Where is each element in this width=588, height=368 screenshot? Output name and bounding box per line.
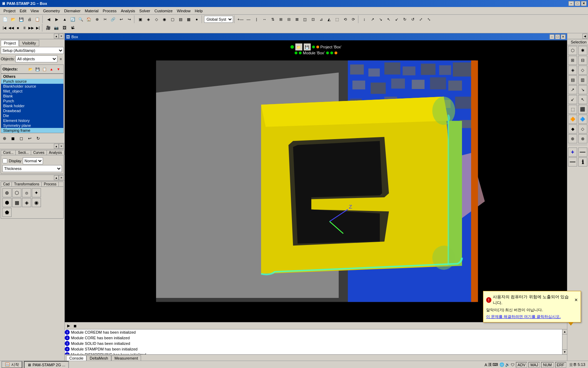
tb-back[interactable]: ◀ — [45, 15, 52, 23]
menu-material[interactable]: Material — [83, 8, 100, 14]
tb-play-end[interactable]: ▶| — [35, 25, 41, 31]
notif-link[interactable]: 이 문제를 해결하려면 여기를 클릭하십시오. — [486, 314, 561, 319]
tb-new[interactable]: 📄 — [1, 15, 9, 23]
obj-btn-3[interactable]: 📋 — [41, 66, 48, 73]
sel-btn-10[interactable]: ↘ — [578, 85, 587, 94]
taskbar-item-pamstamp[interactable]: 🖥 PAM-STAMP 2G ... — [24, 361, 69, 368]
tb-n2[interactable]: ↗ — [369, 15, 376, 23]
tb-m1[interactable]: +— — [237, 15, 244, 23]
tb-tb5[interactable]: 📋 — [34, 15, 41, 23]
menu-analysis[interactable]: Analysis — [119, 8, 137, 14]
lower-btn-7[interactable]: ◈ — [22, 198, 31, 207]
tb-n6[interactable]: ↻ — [401, 15, 408, 23]
menu-customize[interactable]: Customize — [152, 8, 175, 14]
tb-play-prev[interactable]: ◀◀ — [8, 25, 14, 31]
obj-bottom-4[interactable]: ↩ — [26, 135, 34, 142]
tb-s2[interactable]: ◈ — [145, 15, 152, 23]
lower-panel-resize-btn[interactable]: ▲ — [54, 175, 59, 180]
tb-s8[interactable]: ● — [193, 15, 201, 23]
mid-panel-resize-btn[interactable]: ▲ — [54, 144, 59, 149]
minimize-button[interactable]: – — [568, 1, 574, 6]
tab-project[interactable]: Project — [1, 40, 19, 46]
obj-bottom-5[interactable]: ↻ — [34, 135, 42, 142]
console-tb-btn1[interactable]: ▶ — [65, 323, 72, 329]
tb-m12[interactable]: ◭ — [325, 15, 333, 23]
tb-fwd[interactable]: ▶ — [53, 15, 61, 23]
tb-up[interactable]: ▲ — [61, 15, 69, 23]
menu-help[interactable]: Help — [192, 8, 205, 14]
tb-play-next[interactable]: ▶▶ — [28, 25, 34, 31]
vp-close[interactable]: ✕ — [561, 34, 566, 39]
tb-r5[interactable]: ↪ — [125, 15, 133, 23]
tab-curves[interactable]: Curves — [31, 150, 47, 155]
tb-play-stop[interactable]: ■ — [15, 25, 21, 31]
obj-btn-1[interactable]: 📂 — [27, 66, 34, 73]
tb-cam2[interactable]: 📷 — [52, 24, 60, 32]
obj-btn-4[interactable]: ▲ — [48, 66, 55, 73]
tb-s6[interactable]: ▤ — [177, 15, 184, 23]
obj-btn-5[interactable]: ▼ — [55, 66, 62, 73]
obj-bottom-1[interactable]: ⊕ — [1, 135, 8, 142]
obj-btn-2[interactable]: 💾 — [34, 66, 41, 73]
menu-project[interactable]: Project — [1, 8, 18, 14]
sel-btn-6[interactable]: ◇ — [578, 66, 587, 75]
tb-play-start[interactable]: |◀ — [1, 25, 8, 31]
viewport[interactable]: Z 📁 💾 Project 'Box' Module 'Box' — [65, 40, 567, 322]
display-dropdown[interactable]: Normal — [23, 157, 43, 164]
tb-r3[interactable]: 🔗 — [109, 15, 117, 23]
tb-m8[interactable]: ⊠ — [293, 15, 301, 23]
tb-m10[interactable]: ⊡ — [309, 15, 317, 23]
sel-btn-20[interactable]: ⊗ — [578, 134, 587, 143]
list-item-blank-holder[interactable]: Blank holder — [1, 103, 63, 108]
tb-m3[interactable]: | — [253, 15, 260, 23]
menu-edit[interactable]: Edit — [18, 8, 28, 14]
sel-btn-8[interactable]: ▥ — [578, 75, 587, 84]
lower-btn-3[interactable]: ⌾ — [22, 188, 31, 197]
tb-refresh[interactable]: 🔄 — [69, 15, 77, 23]
tb-m6[interactable]: ⊞ — [277, 15, 285, 23]
tb-m15[interactable]: ⟳ — [349, 15, 357, 23]
tab-cont[interactable]: Cont... — [1, 150, 16, 155]
objects-menu-btn[interactable]: ≡ — [58, 56, 64, 62]
maximize-button[interactable]: □ — [575, 1, 580, 6]
tb-s5[interactable]: ▢ — [169, 15, 176, 23]
tb-n7[interactable]: ↺ — [409, 15, 416, 23]
list-item-punch[interactable]: Punch — [1, 98, 63, 103]
sel-btn-15[interactable]: 🔶 — [568, 115, 577, 124]
tb-play-pause[interactable]: ⏸ — [21, 25, 28, 31]
tb-m9[interactable]: ◫ — [301, 15, 309, 23]
tb-open[interactable]: 📂 — [9, 15, 17, 23]
tab-secti[interactable]: Secti... — [16, 150, 31, 155]
vp-min[interactable]: – — [550, 34, 554, 39]
info-btn[interactable]: — — [568, 157, 577, 166]
tb-m7[interactable]: ⊟ — [285, 15, 293, 23]
console-scrollbar[interactable]: ▲ ▼ — [562, 329, 567, 354]
list-item-drawbead[interactable]: Drawbead — [1, 108, 63, 113]
sel-btn-5[interactable]: ◈ — [568, 66, 577, 75]
setup-dropdown[interactable]: Setup (AutoStamp) — [1, 47, 64, 54]
tb-m4[interactable]: ↔ — [261, 15, 268, 23]
sel-btn-13[interactable]: ⬚ — [568, 105, 577, 114]
menu-geometry[interactable]: Geometry — [41, 8, 62, 14]
sel-btn-7[interactable]: ▤ — [568, 75, 577, 84]
tb-m2[interactable]: — — [245, 15, 252, 23]
list-item-punch-source[interactable]: Punch source — [1, 79, 63, 84]
console-tab-deltamesh[interactable]: DeltaMesh — [86, 355, 111, 361]
menu-diemaker[interactable]: Diemaker — [62, 8, 83, 14]
tb-n9[interactable]: ⤡ — [425, 15, 433, 23]
scroll-down-btn[interactable]: ▼ — [562, 349, 567, 354]
tab-visibility[interactable]: Visibility — [19, 40, 39, 46]
tb-s4[interactable]: ◉ — [161, 15, 168, 23]
sel-btn-11[interactable]: ↙ — [568, 95, 577, 104]
menu-view[interactable]: View — [28, 8, 41, 14]
start-button[interactable]: 🪟 시작 — [1, 361, 22, 368]
mid-panel-close-btn[interactable]: ✕ — [59, 144, 64, 149]
tb-r1[interactable]: ⊕ — [93, 15, 101, 23]
sel-btn-18[interactable]: ◇ — [578, 124, 587, 134]
tb-cam3[interactable]: 🖼 — [61, 24, 68, 32]
lower-panel-close-btn[interactable]: ✕ — [59, 175, 64, 180]
obj-bottom-2[interactable]: ◼ — [9, 135, 17, 142]
lower-btn-5[interactable]: ⬢ — [2, 198, 12, 207]
tb-s3[interactable]: ◇ — [153, 15, 160, 23]
tb-n3[interactable]: ↘ — [377, 15, 384, 23]
